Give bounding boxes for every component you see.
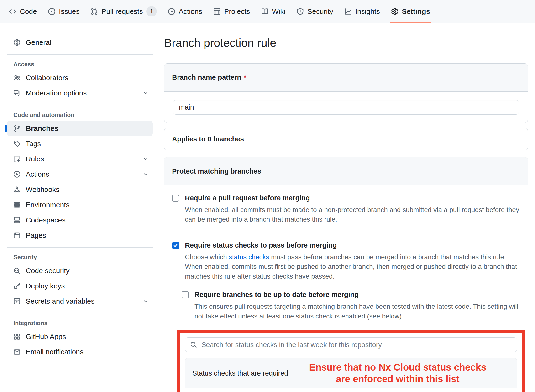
sidebar-item-pages[interactable]: Pages xyxy=(7,228,153,243)
sidebar-item-webhooks[interactable]: Webhooks xyxy=(7,182,153,197)
sidebar-item-environments[interactable]: Environments xyxy=(7,197,153,212)
sidebar-item-label: Email notifications xyxy=(26,348,84,356)
sidebar-item-branches[interactable]: Branches xyxy=(7,121,153,136)
tab-actions[interactable]: Actions xyxy=(163,0,206,23)
tab-label: Projects xyxy=(224,7,250,16)
code-icon xyxy=(9,8,16,15)
require-up-to-date-checkbox[interactable] xyxy=(182,291,189,298)
tab-label: Pull requests xyxy=(101,7,143,16)
require-pull-request-section: Require a pull request before merging Wh… xyxy=(164,185,528,233)
sidebar-item-label: Pages xyxy=(26,231,46,239)
sidebar-section-integrations: Integrations xyxy=(7,320,153,327)
repo-tab-nav: Code Issues Pull requests 1 Actions Proj… xyxy=(0,0,535,23)
gear-icon xyxy=(13,39,21,46)
sidebar-item-label: Branches xyxy=(26,124,58,132)
code-scan-icon xyxy=(13,267,21,274)
sidebar-item-label: Tags xyxy=(26,140,41,148)
sidebar-item-codespaces[interactable]: Codespaces xyxy=(7,212,153,228)
branch-name-pattern-header: Branch name pattern* xyxy=(164,64,528,92)
webhook-icon xyxy=(13,186,21,193)
comment-discussion-icon xyxy=(13,90,21,97)
required-status-checks-box: Status checks that are required Ensure t… xyxy=(185,358,517,392)
required-status-checks-title: Status checks that are required xyxy=(192,369,288,377)
play-icon xyxy=(168,8,175,15)
sidebar-item-rules[interactable]: Rules xyxy=(7,151,153,167)
sidebar-item-label: Secrets and variables xyxy=(26,297,95,305)
tab-label: Settings xyxy=(402,7,430,16)
play-icon xyxy=(13,171,21,178)
tag-icon xyxy=(13,140,21,147)
applies-to-branches-row: Applies to 0 branches xyxy=(164,128,528,150)
sidebar-item-tags[interactable]: Tags xyxy=(7,136,153,151)
sidebar-item-actions[interactable]: Actions xyxy=(7,167,153,182)
rules-icon xyxy=(13,155,21,163)
status-checks-link[interactable]: status checks xyxy=(229,253,269,261)
protect-matching-branches-card: Protect matching branches Require a pull… xyxy=(164,157,528,392)
status-checks-searchbar xyxy=(185,337,517,352)
tab-label: Actions xyxy=(179,7,202,16)
sidebar-item-code-security[interactable]: Code security xyxy=(7,263,153,278)
tab-projects[interactable]: Projects xyxy=(209,0,254,23)
git-pull-request-icon xyxy=(90,8,98,15)
branch-name-pattern-input[interactable] xyxy=(173,100,519,115)
title-divider xyxy=(164,56,528,56)
protect-matching-branches-label: Protect matching branches xyxy=(172,167,261,175)
tab-label: Code xyxy=(20,7,37,16)
tab-label: Wiki xyxy=(272,7,286,16)
sidebar-item-label: Deploy keys xyxy=(26,282,65,290)
tab-pull-requests[interactable]: Pull requests 1 xyxy=(86,0,161,23)
sidebar-item-github-apps[interactable]: GitHub Apps xyxy=(7,329,153,344)
require-status-checks-note: Choose which status checks must pass bef… xyxy=(185,252,520,281)
tab-code[interactable]: Code xyxy=(5,0,41,23)
require-pull-request-note: When enabled, all commits must be made t… xyxy=(185,205,520,224)
sidebar-section-access: Access xyxy=(7,61,153,68)
chevron-down-icon xyxy=(143,156,148,162)
shield-icon xyxy=(296,8,304,15)
settings-sidebar: General Access Collaborators Moderation … xyxy=(0,23,157,360)
sidebar-item-label: Moderation options xyxy=(26,89,87,97)
annotation-highlight-box: Status checks that are required Ensure t… xyxy=(177,330,525,392)
sidebar-divider xyxy=(7,54,153,55)
require-up-to-date-text: Require branches to be up to date before… xyxy=(194,290,520,321)
sidebar-item-deploy-keys[interactable]: Deploy keys xyxy=(7,278,153,294)
sidebar-divider xyxy=(7,313,153,313)
sidebar-item-label: General xyxy=(26,38,51,47)
tab-settings[interactable]: Settings xyxy=(387,0,434,23)
sidebar-item-secrets-variables[interactable]: Secrets and variables xyxy=(7,294,153,309)
issue-opened-icon xyxy=(48,8,56,15)
chevron-down-icon xyxy=(143,171,148,177)
sidebar-item-label: Code security xyxy=(26,267,69,275)
tab-security[interactable]: Security xyxy=(292,0,337,23)
browser-icon xyxy=(13,232,21,239)
up-to-date-subsection: Require branches to be up to date before… xyxy=(182,290,520,321)
sidebar-item-general[interactable]: General xyxy=(7,35,153,50)
require-pull-request-checkbox[interactable] xyxy=(172,195,179,202)
sidebar-item-label: GitHub Apps xyxy=(26,333,66,341)
sidebar-item-label: Codespaces xyxy=(26,216,66,224)
tab-wiki[interactable]: Wiki xyxy=(257,0,290,23)
status-checks-search-input[interactable] xyxy=(201,341,512,349)
require-status-checks-section: Require status checks to pass before mer… xyxy=(164,233,528,392)
require-up-to-date-label: Require branches to be up to date before… xyxy=(194,290,520,299)
status-check-row: main GitHub Actions xyxy=(185,388,517,392)
book-icon xyxy=(261,8,269,15)
chevron-down-icon xyxy=(143,90,148,96)
tab-label: Issues xyxy=(59,7,80,16)
require-up-to-date-note: This ensures pull requests targeting a m… xyxy=(194,302,520,321)
tab-issues[interactable]: Issues xyxy=(44,0,84,23)
graph-icon xyxy=(344,8,352,15)
chevron-down-icon xyxy=(143,298,148,304)
require-pull-request-label: Require a pull request before merging xyxy=(185,194,520,203)
sidebar-item-label: Environments xyxy=(26,201,69,209)
sidebar-item-collaborators[interactable]: Collaborators xyxy=(7,70,153,85)
required-asterisk: * xyxy=(244,74,246,81)
apps-icon xyxy=(13,333,21,340)
key-icon xyxy=(13,282,21,290)
sidebar-item-email-notifications[interactable]: Email notifications xyxy=(7,344,153,360)
tab-label: Insights xyxy=(355,7,380,16)
require-pull-request-text: Require a pull request before merging Wh… xyxy=(185,194,520,224)
require-status-checks-checkbox[interactable] xyxy=(172,242,179,249)
sidebar-divider xyxy=(7,247,153,248)
sidebar-item-moderation-options[interactable]: Moderation options xyxy=(7,85,153,101)
tab-insights[interactable]: Insights xyxy=(340,0,384,23)
